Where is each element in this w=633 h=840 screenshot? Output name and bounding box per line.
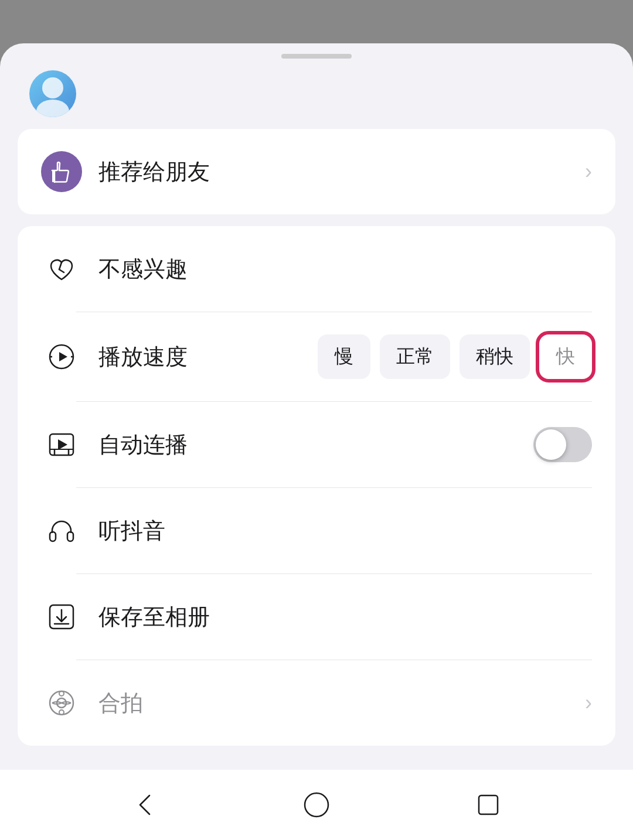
back-button[interactable]: [121, 781, 168, 828]
avatar-row: [0, 64, 633, 129]
bottom-sheet: 推荐给朋友 › 不感兴趣: [0, 43, 633, 840]
not-interested-label: 不感兴趣: [98, 254, 592, 284]
collab-icon: [41, 682, 82, 723]
speed-slightly-fast-button[interactable]: 稍快: [460, 334, 530, 379]
svg-rect-14: [50, 532, 56, 541]
svg-point-1: [36, 100, 69, 117]
svg-point-0: [42, 77, 63, 98]
collab-chevron: ›: [585, 691, 592, 715]
heart-broken-icon: [41, 248, 82, 289]
svg-line-4: [59, 269, 64, 272]
speed-normal-button[interactable]: 正常: [380, 334, 450, 379]
listen-label: 听抖音: [98, 516, 592, 546]
home-button[interactable]: [293, 781, 340, 828]
headphones-icon: [41, 510, 82, 551]
svg-point-23: [305, 793, 328, 817]
recents-button[interactable]: [465, 781, 512, 828]
avatar: [29, 70, 76, 117]
svg-rect-24: [479, 795, 498, 814]
recommend-chevron: ›: [585, 159, 592, 184]
bottom-navigation: [0, 770, 633, 840]
recommend-label: 推荐给朋友: [98, 157, 585, 187]
toggle-knob: [536, 429, 566, 460]
speed-controls: 慢 正常 稍快 快: [318, 334, 592, 379]
recommend-card: 推荐给朋友 ›: [18, 129, 615, 214]
autoplay-label: 自动连播: [98, 430, 533, 460]
recommend-item[interactable]: 推荐给朋友 ›: [18, 129, 615, 214]
autoplay-toggle[interactable]: [533, 427, 592, 462]
svg-rect-2: [52, 170, 55, 182]
collab-label: 合拍: [98, 688, 585, 718]
collab-item[interactable]: 合拍 ›: [18, 660, 615, 746]
listen-item[interactable]: 听抖音: [18, 488, 615, 573]
download-icon: [41, 596, 82, 637]
playback-speed-item: 播放速度 慢 正常 稍快 快: [18, 312, 615, 401]
playback-speed-label: 播放速度: [98, 342, 318, 372]
svg-rect-15: [67, 532, 73, 541]
autoplay-icon: [41, 424, 82, 465]
svg-marker-10: [58, 439, 67, 450]
svg-line-3: [59, 262, 62, 269]
speed-fast-button[interactable]: 快: [539, 334, 592, 379]
options-card: 不感兴趣 播放速度 慢 正常 稍快 快: [18, 226, 615, 746]
autoplay-item[interactable]: 自动连播: [18, 402, 615, 487]
drag-handle[interactable]: [281, 54, 352, 59]
svg-marker-6: [59, 352, 67, 361]
playback-speed-icon: [41, 336, 82, 377]
thumbs-up-icon-wrap: [41, 151, 82, 192]
save-item[interactable]: 保存至相册: [18, 574, 615, 660]
thumbs-up-icon: [41, 151, 82, 192]
speed-slow-button[interactable]: 慢: [318, 334, 370, 379]
not-interested-item[interactable]: 不感兴趣: [18, 226, 615, 312]
save-label: 保存至相册: [98, 602, 592, 632]
